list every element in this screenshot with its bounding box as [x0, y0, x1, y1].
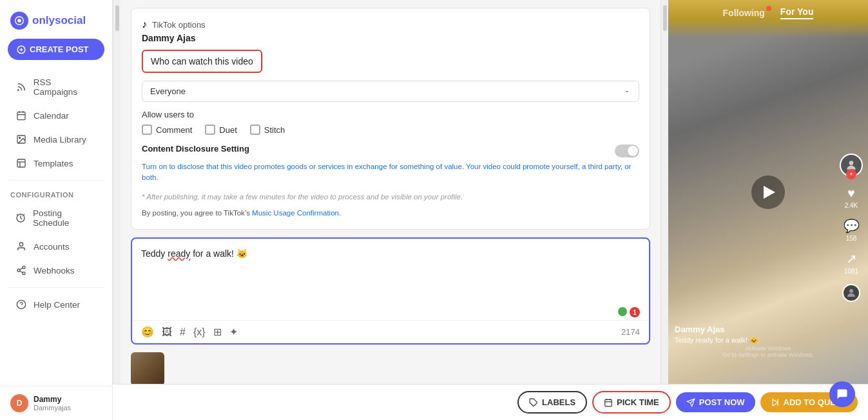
help-icon	[15, 299, 27, 310]
posting-schedule-icon	[15, 213, 26, 223]
like-action[interactable]: ♥ 2.4K	[845, 186, 858, 209]
sidebar-item-rss[interactable]: RSS Campaigns	[5, 71, 107, 103]
config-section-label: Configuration	[0, 186, 112, 201]
tiktok-account-name: Dammy Ajas	[142, 33, 639, 43]
logo: onlysocial	[0, 0, 112, 39]
checkbox-comment[interactable]: Comment	[142, 125, 192, 135]
comment-icon: 💬	[844, 218, 860, 234]
pick-time-button[interactable]: PICK TIME	[592, 391, 671, 414]
tiktok-preview-panel: Following For You +	[668, 0, 868, 384]
svg-rect-12	[17, 159, 25, 167]
share-count: 1081	[844, 268, 858, 275]
scroll-track-right[interactable]	[661, 0, 668, 384]
svg-point-18	[17, 269, 20, 272]
spell-checked-word: ready	[168, 248, 190, 259]
checkbox-duet[interactable]: Duet	[205, 125, 236, 135]
after-publishing-note: * After publishing, it may take a few mi…	[142, 192, 639, 203]
live-dot	[766, 6, 771, 11]
scroll-thumb-right	[663, 5, 667, 31]
status-badges-row: 1	[132, 303, 649, 320]
svg-point-5	[18, 90, 19, 90]
emoji-icon[interactable]: 😊	[141, 326, 154, 338]
scroll-track-left[interactable]	[113, 0, 121, 384]
center-panel: ♪ TikTok options Dammy Ajas Who can watc…	[121, 0, 661, 384]
avatar: D	[10, 394, 28, 412]
tiktok-preview-bg: Following For You +	[668, 0, 868, 384]
tab-for-you[interactable]: For You	[780, 6, 814, 19]
image-upload-icon[interactable]: 🖼	[162, 326, 172, 338]
tiktok-options-card: ♪ TikTok options Dammy Ajas Who can watc…	[131, 8, 650, 230]
checkbox-duet-box	[205, 125, 215, 135]
status-badge-green	[618, 307, 627, 316]
disclosure-row: Content Disclosure Setting	[142, 144, 639, 157]
queue-icon	[771, 398, 780, 407]
chat-bubble[interactable]	[829, 381, 855, 407]
sidebar-item-accounts[interactable]: Accounts	[5, 235, 107, 258]
tiktok-options-label: TikTok options	[152, 20, 206, 30]
textarea-footer: 😊 🖼 # {x} ⊞ ✦ 2174	[132, 320, 649, 343]
tab-following[interactable]: Following	[723, 8, 765, 18]
post-content[interactable]: Teddy ready for a walk! 🐱	[132, 239, 649, 303]
follow-button[interactable]: +	[846, 169, 856, 179]
secondary-avatar-action[interactable]	[842, 284, 860, 302]
tiktok-platform-icon: ♪	[142, 19, 147, 30]
svg-point-1	[17, 19, 21, 23]
svg-point-16	[19, 243, 23, 246]
sidebar-item-webhooks[interactable]: Webhooks	[5, 259, 107, 282]
disclosure-toggle[interactable]	[615, 145, 639, 157]
content-with-preview: ♪ TikTok options Dammy Ajas Who can watc…	[113, 0, 868, 384]
sidebar-item-media[interactable]: Media Library	[5, 128, 107, 151]
music-usage-link[interactable]: Music Usage Confirmation	[252, 209, 339, 217]
create-post-button[interactable]: CREATE POST	[8, 39, 104, 60]
user-handle: Dammyajas	[34, 404, 71, 412]
share-action[interactable]: ↗ 1081	[844, 251, 858, 275]
svg-point-25	[849, 289, 853, 293]
watermark-text: Activate WindowsGo to Settings to activa…	[668, 345, 868, 358]
checkbox-comment-box	[142, 125, 152, 135]
svg-point-17	[23, 266, 25, 268]
plus-icon	[17, 45, 26, 54]
variable-icon[interactable]: {x}	[193, 326, 206, 338]
logo-icon	[10, 12, 28, 30]
who-can-watch-label: Who can watch this video	[142, 50, 262, 73]
char-count: 2174	[621, 327, 640, 337]
disclosure-label: Content Disclosure Setting	[142, 144, 249, 154]
share-icon	[15, 265, 27, 275]
like-count: 2.4K	[845, 202, 858, 209]
audience-dropdown[interactable]: Everyone Friends Only me	[142, 81, 639, 102]
user-profile[interactable]: D Dammy Dammyajas	[0, 386, 112, 420]
tiktok-header: ♪ TikTok options	[142, 19, 639, 30]
sidebar-item-posting-schedule[interactable]: Posting Schedule	[5, 202, 107, 234]
settings-icon[interactable]: ✦	[229, 326, 238, 338]
svg-point-11	[19, 137, 21, 139]
send-icon	[686, 398, 695, 407]
svg-point-19	[23, 272, 25, 275]
sidebar-item-help[interactable]: Help Center	[5, 293, 107, 316]
sidebar-divider-1	[8, 180, 104, 181]
svg-line-20	[20, 271, 23, 273]
checkbox-stitch[interactable]: Stitch	[250, 125, 285, 135]
rss-icon	[15, 82, 27, 92]
checkbox-stitch-box	[250, 125, 260, 135]
sidebar-item-templates[interactable]: Templates	[5, 152, 107, 175]
thumbnail-row	[131, 352, 650, 384]
play-icon	[764, 186, 775, 199]
editor-toolbar-icons: 😊 🖼 # {x} ⊞ ✦	[141, 326, 238, 338]
agree-text: By posting, you agree to TikTok’s Music …	[142, 208, 639, 219]
labels-button[interactable]: LABELS	[517, 391, 587, 414]
secondary-avatar	[842, 284, 860, 302]
tiktok-caption: Teddy ready for a walk! 🐱	[675, 335, 836, 345]
allow-users-label: Allow users to	[142, 110, 639, 119]
sidebar-item-calendar[interactable]: Calendar	[5, 104, 107, 127]
post-now-button[interactable]: POST NOW	[676, 392, 755, 412]
share-icon-preview: ↗	[846, 251, 857, 266]
hashtag-icon[interactable]: #	[180, 326, 186, 338]
grid-icon[interactable]: ⊞	[213, 326, 222, 338]
play-button[interactable]	[751, 175, 785, 209]
user-icon	[15, 241, 27, 252]
clock-icon	[604, 398, 613, 407]
svg-marker-32	[772, 399, 777, 406]
calendar-icon	[15, 110, 27, 121]
comment-action[interactable]: 💬 158	[844, 218, 860, 242]
tiktok-bottom-info: Dammy Ajas Teddy ready for a walk! 🐱	[675, 325, 836, 345]
